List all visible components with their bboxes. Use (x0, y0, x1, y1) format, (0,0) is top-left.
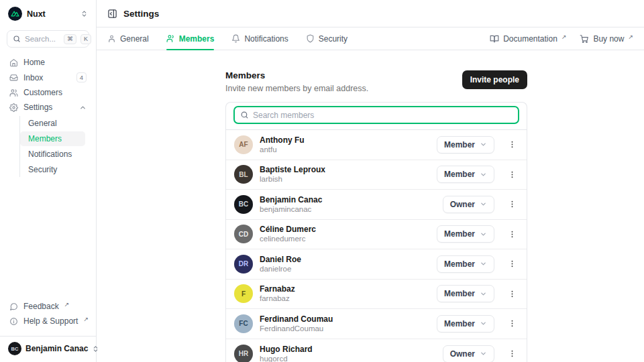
member-username: antfu (260, 145, 305, 154)
sidebar-nav: Home Inbox 4 Customers Settings (0, 56, 96, 177)
sidebar-search-input[interactable] (25, 35, 60, 43)
role-select[interactable]: Member (437, 315, 494, 333)
sidebar-item-notifications[interactable]: Notifications (20, 147, 85, 162)
external-link-icon: ↗ (64, 301, 70, 308)
sidebar-item-settings[interactable]: Settings (5, 101, 91, 114)
external-link-icon: ↗ (83, 316, 89, 322)
tab-notifications[interactable]: Notifications (231, 27, 288, 50)
members-subtitle: Invite new members by email address. (225, 84, 368, 93)
inbox-icon (9, 73, 18, 82)
help-support-link[interactable]: Help & Support ↗ (5, 314, 91, 328)
member-username: larbish (260, 175, 325, 184)
sidebar-item-members[interactable]: Members (20, 131, 85, 146)
member-name: Farnabaz (260, 284, 295, 294)
sidebar-item-inbox[interactable]: Inbox 4 (5, 70, 91, 84)
avatar: BC (234, 195, 253, 214)
avatar: HR (234, 345, 253, 362)
tab-label: Notifications (244, 34, 288, 44)
book-icon (490, 34, 499, 44)
documentation-link[interactable]: Documentation ↗ (490, 27, 566, 50)
avatar: FC (234, 314, 253, 333)
members-title: Members (225, 70, 368, 80)
role-value: Member (444, 140, 475, 149)
tabs: General Members Notifications (107, 27, 347, 50)
row-menu-kebab-icon[interactable] (505, 349, 519, 358)
row-menu-kebab-icon[interactable] (505, 230, 519, 239)
chevron-down-icon (480, 350, 487, 357)
inbox-count-badge: 4 (76, 72, 87, 82)
members-search-box (233, 106, 519, 124)
row-menu-kebab-icon[interactable] (505, 290, 519, 298)
members-search-section (226, 103, 527, 130)
search-icon (240, 111, 249, 119)
settings-members-content: Members Invite new members by email addr… (97, 50, 644, 362)
user-menu[interactable]: BC Benjamin Canac (0, 336, 96, 362)
role-select[interactable]: Member (437, 225, 494, 243)
workspace-name: Nuxt (27, 9, 46, 19)
member-row: CD Céline Dumerc celinedumerc Member (226, 220, 527, 250)
tab-general[interactable]: General (107, 27, 149, 50)
tab-security[interactable]: Security (306, 27, 347, 50)
sidebar-footer: Feedback ↗ Help & Support ↗ (0, 300, 96, 332)
chevron-down-icon (480, 200, 487, 208)
avatar: CD (234, 225, 253, 243)
role-value: Member (444, 170, 475, 179)
row-menu-kebab-icon[interactable] (505, 319, 519, 328)
members-search-input[interactable] (253, 111, 513, 120)
external-link-icon: ↗ (628, 34, 633, 40)
tabbar: General Members Notifications (97, 27, 644, 50)
row-menu-kebab-icon[interactable] (505, 170, 519, 179)
role-select[interactable]: Owner (443, 345, 494, 362)
role-select[interactable]: Member (437, 285, 494, 302)
member-name: Hugo Richard (260, 345, 313, 354)
member-name: Ferdinand Coumau (260, 314, 333, 324)
tab-label: Security (319, 34, 347, 44)
invite-people-button[interactable]: Invite people (462, 70, 527, 89)
chevron-down-icon (480, 171, 487, 178)
workspace-switcher[interactable]: Nuxt (0, 0, 96, 26)
member-name: Baptiste Leproux (260, 165, 325, 174)
home-icon (9, 58, 18, 67)
kbd-meta: ⌘ (64, 34, 76, 44)
main-panel: Settings General Members (97, 0, 644, 362)
role-value: Member (444, 229, 475, 239)
role-select[interactable]: Member (437, 166, 494, 183)
member-username: benjamincanac (260, 205, 322, 214)
row-menu-kebab-icon[interactable] (505, 200, 519, 208)
chevron-down-icon (480, 290, 487, 298)
row-menu-kebab-icon[interactable] (505, 259, 519, 268)
sidebar-item-security[interactable]: Security (20, 162, 85, 177)
role-value: Member (444, 259, 475, 269)
members-header: Members Invite new members by email addr… (225, 70, 527, 93)
sidebar-item-label: Inbox (23, 73, 43, 82)
avatar: DR (234, 255, 253, 274)
role-select[interactable]: Owner (443, 196, 494, 213)
member-username: farnabaz (260, 294, 295, 303)
sidebar-collapse-icon[interactable] (107, 9, 117, 19)
member-username: celinedumerc (260, 235, 316, 243)
user-name: Benjamin Canac (25, 344, 88, 353)
tab-members[interactable]: Members (166, 27, 215, 50)
feedback-label: Feedback (23, 302, 59, 311)
member-name: Anthony Fu (260, 135, 305, 145)
help-support-label: Help & Support (23, 316, 78, 326)
info-circle-icon (9, 317, 18, 326)
role-select[interactable]: Member (437, 255, 494, 273)
member-row: BL Baptiste Leproux larbish Member (226, 160, 527, 190)
sidebar-search[interactable]: ⌘ K (7, 30, 89, 48)
member-username: danielroe (260, 265, 301, 274)
sidebar-item-general[interactable]: General (20, 116, 85, 131)
shopping-cart-icon (580, 34, 589, 44)
page-header: Settings (97, 0, 644, 27)
chevron-down-icon (480, 260, 487, 267)
sidebar-item-home[interactable]: Home (5, 56, 91, 69)
buy-now-link[interactable]: Buy now ↗ (580, 27, 633, 50)
sidebar-item-customers[interactable]: Customers (5, 86, 91, 99)
feedback-link[interactable]: Feedback ↗ (5, 300, 91, 313)
role-select[interactable]: Member (437, 136, 494, 154)
bell-icon (231, 34, 240, 43)
row-menu-kebab-icon[interactable] (505, 140, 519, 149)
workspace-chevron-updown-icon (80, 10, 88, 17)
users-icon (9, 88, 18, 97)
avatar: BL (234, 165, 253, 184)
